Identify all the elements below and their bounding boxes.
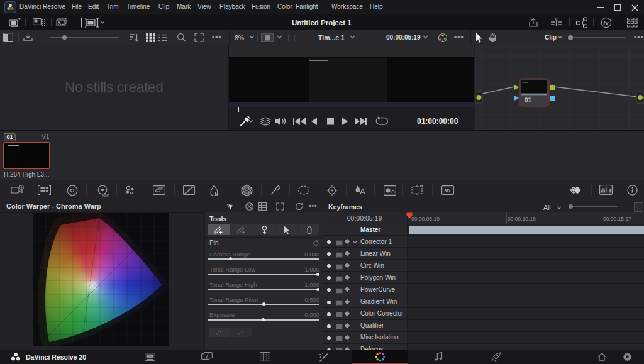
svg-text:HDR: HDR: [102, 194, 109, 197]
svg-text:3D: 3D: [444, 188, 450, 194]
svg-text:01: 01: [525, 97, 532, 104]
svg-text:fx: fx: [603, 19, 609, 26]
